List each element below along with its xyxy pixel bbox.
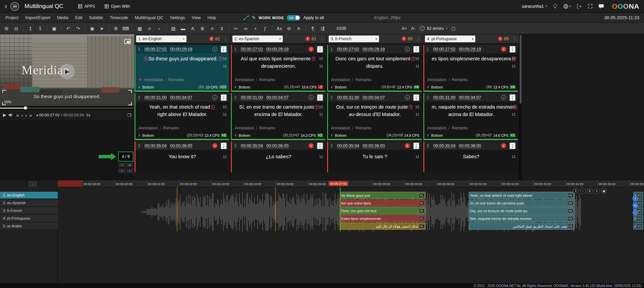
zoom-level-indicator[interactable]: 1: [573, 188, 579, 194]
timeline-track-label[interactable]: 1. en-English: [0, 192, 58, 199]
column-menu-button[interactable]: ⋮: [223, 36, 228, 42]
timeline-collapse-button[interactable]: ↓: [29, 181, 37, 186]
annotation-tab[interactable]: Annotation: [331, 77, 350, 82]
subtitle-text-area[interactable]: m, naquele trecho de estrada mesmo¶10aci…: [424, 102, 518, 124]
end-timecode[interactable]: 00:00:29:19: [363, 47, 385, 52]
merge-subtitle-icon[interactable]: ∞: [241, 24, 250, 33]
remarks-tab[interactable]: Remarks: [356, 126, 372, 130]
close-icon[interactable]: ✕: [294, 24, 303, 33]
error-status-icon[interactable]: !: [501, 47, 506, 52]
remarks-tab[interactable]: Remarks: [163, 126, 179, 130]
search-icon[interactable]: ◉: [88, 24, 97, 33]
zoom-in-button[interactable]: +: [594, 188, 600, 194]
card-menu-button[interactable]: ⋮: [317, 46, 323, 53]
font-increase-button[interactable]: A+: [401, 26, 407, 31]
timeline-track-label[interactable]: 4. pt-Portuguese: [0, 215, 58, 222]
menu-item-edit[interactable]: Edit: [72, 13, 86, 22]
subtitle-card[interactable]: 100:00:27:0200:00:29:19✓⋮Donc ces gars o…: [327, 45, 422, 92]
shortcuts-icon[interactable]: ⌨: [121, 24, 130, 33]
subtitle-text-area[interactable]: Yeah, on that stretch of road¶10right ab…: [136, 102, 229, 124]
card-menu-button[interactable]: ⋮: [413, 46, 419, 53]
import-icon[interactable]: ↥: [26, 24, 35, 33]
zoom-out-button[interactable]: −: [580, 188, 586, 194]
start-timecode[interactable]: 00:00:35:04: [241, 143, 263, 148]
fullscreen-button[interactable]: [588, 4, 593, 9]
check-status-icon[interactable]: ✓: [309, 95, 314, 100]
start-timecode[interactable]: 00:00:31:00: [433, 95, 455, 100]
error-status-icon[interactable]: !: [309, 47, 314, 52]
delete-subtitle-icon[interactable]: ⊘: [284, 24, 293, 33]
timeline-track-label[interactable]: 2. es-Spanish: [0, 199, 58, 207]
subtitle-text-area[interactable]: ¶So these guys just disappeared.¶1011: [136, 53, 229, 76]
timeline-canvas[interactable]: So these guys just#1Yeah, on that stretc…: [58, 187, 644, 283]
line-spacing-icon[interactable]: ⇕: [217, 24, 226, 33]
column-menu-button[interactable]: ⋮: [320, 36, 324, 42]
timeline-subtitle-block[interactable]: So these guys just#1: [340, 192, 426, 199]
video-player[interactable]: Meridian ▶ So these guys just disappeare…: [0, 34, 134, 106]
start-timecode[interactable]: 00:00:31:00: [241, 95, 263, 100]
end-timecode[interactable]: 00:00:34:07: [170, 95, 192, 100]
goto-icon[interactable]: ➤: [97, 24, 106, 33]
connector-icon[interactable]: [244, 15, 249, 20]
annotation-tab[interactable]: Annotation: [427, 77, 446, 82]
remarks-tab[interactable]: Remarks: [452, 77, 468, 82]
menu-item-timecode[interactable]: Timecode: [106, 13, 131, 22]
expand-panel-icon[interactable]: ›: [155, 24, 164, 33]
prev-subtitle-button[interactable]: «: [16, 112, 19, 118]
selection-grid-button[interactable]: ▢: [451, 26, 455, 31]
end-timecode[interactable]: 00:00:36:00: [459, 143, 481, 148]
save-icon[interactable]: ⊟: [12, 24, 21, 33]
end-timecode[interactable]: 00:00:36:00: [266, 143, 288, 148]
subtitle-card[interactable]: 100:00:27:0200:00:29:19!⋮es tipos simple…: [423, 45, 518, 92]
subtitle-text-area[interactable]: You know it?11: [136, 150, 229, 172]
timeline-subtitle-block[interactable]: لا#3: [633, 223, 643, 230]
timeline-ruler[interactable]: 00:00:19:0000:00:20:0000:00:21:0000:00:2…: [58, 180, 644, 187]
subtitle-card[interactable]: 200:00:31:0000:00:34:07✓⋮Sí, en ese tram…: [231, 93, 325, 140]
language-select[interactable]: 3. fr-French▾: [329, 36, 379, 42]
error-status-icon[interactable]: !: [212, 143, 217, 148]
start-timecode[interactable]: 00:00:27:02: [433, 47, 455, 52]
menu-item-view[interactable]: View: [189, 13, 204, 22]
check-status-icon[interactable]: ✓: [405, 95, 410, 100]
work-mode-toggle[interactable]: On: [287, 15, 300, 20]
card-menu-button[interactable]: ⋮: [317, 94, 323, 101]
pager-prev-button[interactable]: ‹: [118, 168, 126, 173]
timeline-track-label[interactable]: 5. ar-Arabic: [0, 223, 58, 230]
open-with-button[interactable]: Open With: [105, 4, 130, 9]
subtitle-text-area[interactable]: Así que estos tipos simplemente¶10desapa…: [232, 53, 325, 76]
annotation-tab[interactable]: Annotation: [427, 126, 446, 130]
language-select[interactable]: 2. es-Spanish▾: [232, 36, 283, 42]
zoom-reset-button[interactable]: ↻: [587, 188, 593, 194]
end-timecode[interactable]: 00:00:29:19: [459, 47, 481, 52]
export-icon[interactable]: ↧: [36, 24, 45, 33]
font-style-icon[interactable]: A: [188, 24, 197, 33]
check-status-icon[interactable]: ✓: [212, 47, 217, 52]
language-button[interactable]: ▾: [563, 4, 571, 9]
start-timecode[interactable]: 00:00:27:02: [145, 47, 167, 52]
ooona-logo-icon[interactable]: [10, 2, 19, 11]
timeline-subtitle-block[interactable]: لذلك اختفى هؤلاء الرجال للتو#1: [340, 223, 426, 230]
redo-icon[interactable]: ↷: [73, 24, 83, 33]
errors-dropdown[interactable]: i 82 errors ▾: [420, 26, 447, 31]
subtitle-card[interactable]: 200:00:31:0000:00:34:07✓⋮m, naquele trec…: [423, 93, 518, 140]
start-timecode[interactable]: 00:00:35:04: [145, 143, 167, 148]
timeline-subtitle-block[interactable]: Yeah, on that stretch of road right abov…: [469, 192, 575, 199]
back-button[interactable]: ‹: [5, 3, 7, 10]
list-view-icon[interactable]: ≡: [145, 24, 154, 33]
add-subtitle-icon[interactable]: +: [251, 24, 260, 33]
end-timecode[interactable]: 00:00:34:07: [266, 95, 288, 100]
seek-bar[interactable]: [0, 106, 134, 110]
pager-next-button[interactable]: ›: [126, 168, 134, 173]
card-menu-button[interactable]: ⋮: [413, 142, 419, 149]
language-select[interactable]: 1. en-English▾: [136, 36, 186, 42]
menu-item-help[interactable]: Help: [204, 13, 219, 22]
timeline-subtitle-block[interactable]: Sa#3: [633, 215, 643, 222]
italics-icon[interactable]: ƒ: [261, 24, 270, 33]
subtitle-card[interactable]: 200:00:31:0000:00:34:07✓⋮Yeah, on that s…: [135, 93, 229, 140]
layers-icon[interactable]: ▧: [169, 24, 178, 33]
error-status-icon[interactable]: !: [405, 143, 410, 148]
align-justify-icon[interactable]: ≣: [198, 24, 207, 33]
clear-formatting-icon[interactable]: Ax: [275, 24, 284, 33]
check-status-icon[interactable]: ✓: [501, 95, 506, 100]
timeline-subtitle-block[interactable]: Así que estos tipos#1: [340, 199, 426, 207]
